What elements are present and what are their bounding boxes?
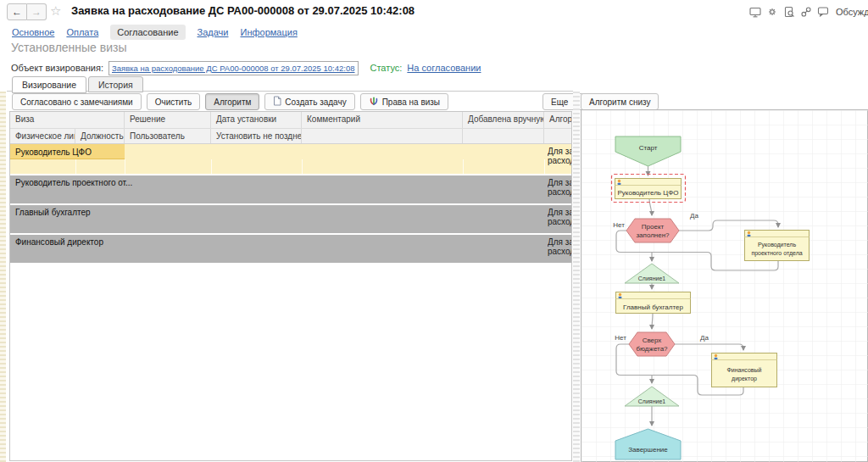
svg-text:Сверх: Сверх [643, 337, 662, 344]
visa-table: Виза Решение Дата установки Комментарий … [9, 111, 572, 461]
clear-button[interactable]: Очистить [147, 93, 201, 110]
nav-information[interactable]: Информация [240, 27, 297, 37]
status-label: Статус: [370, 63, 403, 73]
open-in-window-icon[interactable] [749, 6, 761, 18]
col-added-manually[interactable]: Добавлена вручную [463, 112, 544, 128]
flow-node-chief-accountant[interactable]: Главный бухгалтер [616, 292, 691, 314]
history-nav: ← → [7, 3, 47, 20]
status-link[interactable]: На согласовании [407, 63, 481, 73]
table-row[interactable]: Руководитель проектного от... Для заяв р… [10, 175, 571, 203]
svg-text:Финансовый: Финансовый [727, 367, 762, 373]
section-nav: Основное Оплата Согласование Задачи Инфо… [12, 25, 298, 40]
svg-text:Проект: Проект [642, 223, 665, 231]
page-title: Заявка на расходование ДС РА00-000008 от… [71, 4, 415, 17]
svg-text:бюджета?: бюджета? [636, 345, 668, 353]
col-comment[interactable]: Комментарий [302, 112, 463, 128]
nav-payment[interactable]: Оплата [66, 27, 98, 37]
approve-with-remarks-button[interactable]: Согласовано с замечаниями [12, 93, 142, 110]
svg-text:Руководитель: Руководитель [758, 242, 796, 248]
table-chart-splitter[interactable] [573, 92, 580, 462]
forward-arrow-icon: → [31, 7, 42, 17]
col-set-no-later[interactable]: Установить не позднее [211, 129, 302, 143]
table-row[interactable]: Руководитель ЦФО Для заяв расходов [10, 144, 571, 174]
algorithm-below-button[interactable]: Алгоритм снизу [581, 93, 659, 110]
tab-history[interactable]: История [88, 76, 143, 92]
svg-text:Завершение: Завершение [628, 446, 668, 454]
col-decision[interactable]: Решение [125, 112, 211, 128]
discussions-label[interactable]: Обсуждения [836, 7, 868, 17]
algorithm-button[interactable]: Алгоритм [205, 93, 259, 110]
edge-label-no: Нет [613, 221, 625, 229]
edge-label-yes: Да [700, 334, 709, 342]
flowchart-grid [581, 110, 868, 462]
svg-text:Слияние1: Слияние1 [638, 276, 666, 281]
visa-rights-button[interactable]: Права на визы [360, 93, 448, 110]
col-date-set[interactable]: Дата установки [211, 112, 302, 128]
flow-node-cfo-head[interactable]: Руководитель ЦФО [612, 175, 686, 203]
settings-gear-icon[interactable] [766, 6, 778, 18]
svg-text:Главный бухгалтер: Главный бухгалтер [623, 303, 683, 311]
form-heading: Установленные визы [11, 41, 127, 54]
get-link-icon[interactable] [800, 6, 812, 18]
edge-label-yes: Да [690, 212, 698, 220]
task-document-icon [273, 96, 281, 108]
tab-vising[interactable]: Визирование [12, 76, 86, 93]
nav-tasks[interactable]: Задачи [198, 27, 229, 37]
edge-label-no: Нет [615, 334, 626, 342]
svg-text:заполнен?: заполнен? [636, 231, 670, 239]
document-search-icon[interactable] [783, 6, 795, 18]
flow-node-financial-director[interactable]: Финансовый директор [712, 353, 777, 387]
nav-approval-current[interactable]: Согласование [110, 25, 185, 40]
col-person[interactable]: Физическое лицо [10, 129, 75, 143]
svg-text:Старт: Старт [639, 144, 658, 152]
table-row[interactable]: Финансовый директор Для заяв расходов [10, 235, 571, 263]
flow-node-project-dept-head[interactable]: Руководитель проектного отдела [745, 231, 810, 261]
flow-node-over-budget-decision[interactable]: Сверх бюджета? [629, 332, 675, 356]
back-arrow-icon: ← [12, 7, 22, 17]
svg-text:директор: директор [732, 376, 757, 382]
back-button[interactable]: ← [7, 3, 27, 20]
visa-rights-icon [369, 96, 379, 108]
svg-text:Руководитель ЦФО: Руководитель ЦФО [618, 189, 679, 197]
col-algorithm[interactable]: Алгоритм [544, 112, 571, 128]
window-header: ← → ☆ Заявка на расходование ДС РА00-000… [0, 0, 868, 24]
col-user[interactable]: Пользователь [125, 129, 211, 143]
svg-text:Слияние1: Слияние1 [638, 398, 666, 404]
visa-toolbar: Согласовано с замечаниями Очистить Алгор… [12, 93, 448, 110]
table-header-row: Виза Решение Дата установки Комментарий … [10, 112, 571, 129]
table-row[interactable]: Главный бухгалтер Для заяв расходов [10, 205, 571, 233]
table-subheader-row: Физическое лицо Должность Пользователь У… [10, 129, 571, 144]
flow-node-project-filled-decision[interactable]: Проект заполнен? [626, 219, 679, 242]
object-field[interactable]: Заявка на расходование ДС РА00-000008 от… [108, 61, 359, 75]
left-splitter[interactable] [0, 92, 6, 462]
create-task-button[interactable]: Создать задачу [264, 93, 354, 110]
col-position[interactable]: Должность [75, 129, 125, 143]
svg-text:проектного отдела: проектного отдела [751, 250, 802, 257]
forward-button[interactable]: → [27, 3, 47, 20]
approval-flowchart-panel[interactable]: Старт Руководитель ЦФО Проект заполнен? … [581, 109, 868, 462]
favorite-star-icon[interactable]: ☆ [50, 3, 61, 19]
nav-main[interactable]: Основное [12, 27, 54, 37]
col-visa[interactable]: Виза [10, 112, 125, 128]
object-label: Объект визирования: [11, 63, 103, 73]
discussions-icon[interactable] [817, 6, 829, 18]
object-link[interactable]: Заявка на расходование ДС РА00-000008 от… [112, 64, 355, 73]
